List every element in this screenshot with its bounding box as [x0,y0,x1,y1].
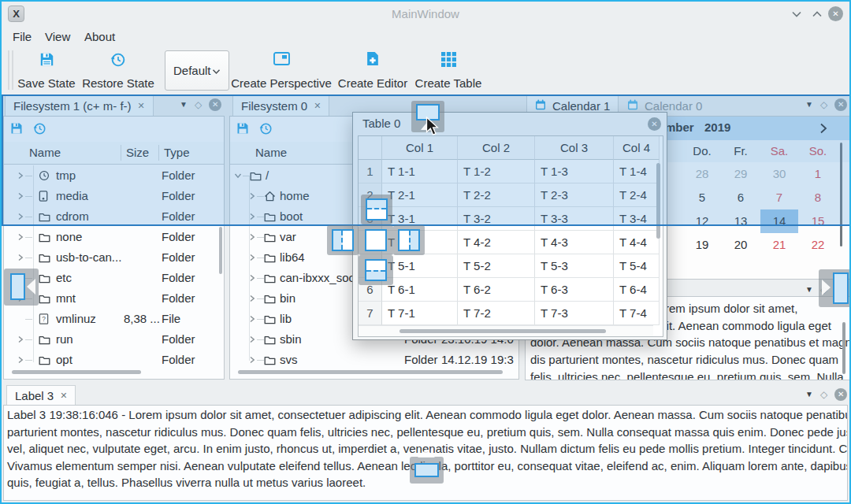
table-cell[interactable]: T 7-2 [458,302,535,325]
tree-item-name: sbin [280,329,302,350]
table-row-number[interactable]: 7 [359,302,382,325]
tree-row[interactable]: svsFolder14.12.19 19:3 [230,350,518,370]
calendar-date[interactable]: 20 [722,233,760,257]
calendar-date[interactable]: 19 [683,233,721,257]
tree-branch-line [257,339,264,340]
drop-indicator-right[interactable] [393,225,425,255]
table-cell[interactable]: T 4-4 [614,231,660,254]
table-row: 6T 6-1T 6-2T 6-3T 6-4 [359,278,663,302]
menu-view[interactable]: View [45,30,70,43]
tree-item-type: Folder [162,288,195,309]
table-cell[interactable]: T 5-2 [458,254,535,278]
tab-close-icon[interactable]: ✕ [60,391,67,400]
vertical-scrollbar[interactable] [219,227,222,274]
tree-item-type: Folder [162,329,195,350]
dock-area-label3: Label 3 ✕ ▼ ◇ ✕ Label 3 19:38:16:046 - L… [2,384,849,502]
horizontal-scrollbar[interactable] [399,329,606,333]
tree-item-name: mnt [56,288,76,309]
dock-close-button[interactable]: ✕ [834,388,847,401]
create-editor-label: Create Editor [338,76,407,90]
drop-indicator-center[interactable] [359,225,393,255]
tree-branch-line [257,237,264,238]
menu-about[interactable]: About [84,30,115,43]
tree-branch-line [25,319,32,320]
shade-icon[interactable] [790,9,804,22]
table-cell[interactable]: T 7-4 [614,302,660,325]
table-cell[interactable]: T 7-1 [382,302,458,325]
tree-branch-line [25,360,32,361]
main-window: X MainWindow ✕ File View About Save Stat… [0,0,851,504]
drop-indicator-right-edge[interactable] [819,269,851,307]
tree-row[interactable]: optFolder [4,350,221,370]
calendar-date[interactable]: 22 [799,233,837,257]
create-perspective-button[interactable]: Create Perspective [233,52,329,90]
table-cell[interactable]: T 7-3 [535,302,614,325]
table-cell[interactable]: T 6-3 [535,278,614,302]
folder-icon [264,227,276,247]
table-cell[interactable]: T 6-1 [382,278,458,302]
table-cell[interactable]: T 5-3 [535,254,614,278]
restore-window-icon[interactable] [810,9,824,22]
tree-branch-line [25,237,32,238]
table-cell[interactable]: T 5-4 [614,254,660,278]
drop-indicator-left[interactable] [327,225,359,255]
tree-item-size: 8,38 ... [124,309,160,329]
folder-icon [39,288,50,309]
tree-branch-line [25,339,32,340]
tree-branch-line [257,360,264,361]
calendar-date[interactable]: 21 [760,233,798,257]
restore-state-label: Restore State [82,76,154,90]
vertical-scrollbar[interactable] [842,322,845,374]
perspective-dropdown-value: Default [173,64,211,77]
tree-row[interactable]: usb-to-can...Folder [4,247,221,268]
tabs-menu-icon[interactable]: ▼ [805,391,813,398]
horizontal-scrollbar[interactable] [12,370,141,374]
window-close-button[interactable]: ✕ [828,6,843,21]
drop-indicator-bottom[interactable] [359,255,393,285]
tree-row[interactable]: ?vmlinuz8,38 ...File [4,309,221,329]
tab-label3[interactable]: Label 3 ✕ [6,385,76,406]
table-row: 7T 7-1T 7-2T 7-3T 7-4 [359,302,663,325]
table-cell[interactable]: T 5-1 [382,254,458,278]
drop-indicator-bottom-edge[interactable] [410,457,444,484]
tree-item-type: Folder [162,227,195,247]
tree-item-name: lib [280,309,292,329]
svg-text:?: ? [42,315,46,323]
create-perspective-label: Create Perspective [231,76,332,90]
save-state-button[interactable]: Save State [13,52,80,90]
label-text-line: felis, ultricies nec, pellentesque eu, p… [530,369,851,380]
float-dock-icon[interactable]: ◇ [820,390,827,399]
tree-item-name: etc [56,268,72,288]
menu-file[interactable]: File [13,30,32,43]
restore-state-button[interactable]: Restore State [80,52,156,90]
tree-branch-line [257,258,264,258]
tree-row[interactable]: noneFolder [4,227,221,247]
horizontal-scrollbar[interactable] [238,370,503,374]
perspective-dropdown[interactable]: Default [165,50,229,91]
tab-label3-label: Label 3 [15,389,54,402]
mouse-cursor [426,117,443,139]
tree-branch-line [25,258,32,258]
new-file-icon [366,51,379,69]
tabs-menu-icon[interactable]: ▼ [805,286,813,294]
tree-item-name: var [280,227,296,247]
create-editor-button[interactable]: Create Editor [339,51,407,90]
restore-icon [110,52,126,70]
qfile-icon: ? [39,309,49,329]
close-icon: ✕ [832,10,838,18]
drop-indicator-top[interactable] [361,195,392,224]
chevron-down-icon [212,64,221,77]
folder-icon [264,329,276,350]
tree-branch-line [257,298,264,299]
table-cell[interactable]: T 6-4 [614,278,660,302]
tree-item-name: usb-to-can... [56,247,121,268]
drop-indicator-left-edge[interactable] [4,269,39,306]
create-table-button[interactable]: Create Table [416,52,481,90]
table-cell[interactable]: T 4-3 [535,231,614,254]
folder-icon [39,268,50,288]
save-icon [39,52,54,69]
label-text-line: dis parturient montes, nascetur ridiculu… [530,351,851,369]
tree-row[interactable]: runFolder [4,329,221,350]
table-cell[interactable]: T 6-2 [458,278,535,302]
table-cell[interactable]: T 4-2 [458,231,535,254]
